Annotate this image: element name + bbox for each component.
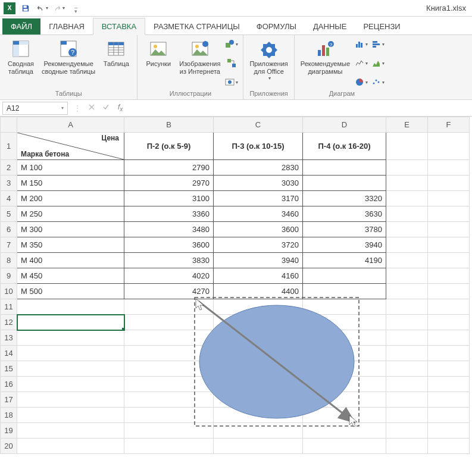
cell[interactable]: М 300 bbox=[17, 222, 124, 237]
data-header[interactable]: П-4 (о.к 16-20) bbox=[303, 133, 386, 160]
cell[interactable] bbox=[386, 222, 428, 237]
cell[interactable] bbox=[428, 315, 470, 330]
cell[interactable] bbox=[124, 392, 214, 408]
cell[interactable] bbox=[428, 160, 470, 176]
cell[interactable]: 3170 bbox=[214, 191, 303, 206]
cell[interactable] bbox=[428, 222, 470, 237]
tab-home[interactable]: ГЛАВНАЯ bbox=[40, 18, 93, 35]
cell[interactable]: М 450 bbox=[17, 268, 124, 284]
cell[interactable] bbox=[386, 133, 428, 160]
cell[interactable] bbox=[386, 176, 428, 191]
cell[interactable] bbox=[17, 377, 124, 392]
data-header[interactable]: П-3 (о.к 10-15) bbox=[214, 133, 303, 160]
name-box[interactable]: A12 ▾ bbox=[2, 102, 68, 115]
col-header-C[interactable]: C bbox=[214, 117, 303, 133]
cell[interactable] bbox=[386, 315, 428, 330]
cell[interactable] bbox=[303, 284, 386, 299]
apps-for-office-button[interactable]: Приложения для Office▾ bbox=[248, 37, 289, 83]
tab-insert[interactable]: ВСТАВКА bbox=[93, 18, 145, 35]
col-header-D[interactable]: D bbox=[303, 117, 386, 133]
cell[interactable]: М 200 bbox=[17, 191, 124, 206]
tab-review[interactable]: РЕЦЕНЗИ bbox=[355, 18, 408, 35]
row-header[interactable]: 13 bbox=[1, 330, 17, 346]
recommended-pivot-button[interactable]: ? Рекомендуемые сводные таблицы bbox=[40, 37, 96, 77]
cell[interactable] bbox=[386, 253, 428, 268]
cell[interactable] bbox=[214, 392, 303, 408]
cell[interactable]: 3630 bbox=[303, 206, 386, 222]
cell[interactable]: 3780 bbox=[303, 222, 386, 237]
cell[interactable]: М 100 bbox=[17, 160, 124, 176]
area-chart-button[interactable]: ▾ bbox=[371, 57, 385, 70]
cell[interactable] bbox=[303, 346, 386, 361]
cell[interactable]: 3360 bbox=[124, 206, 214, 222]
row-header[interactable]: 11 bbox=[1, 299, 17, 315]
pivot-table-button[interactable]: Сводная таблица bbox=[5, 37, 37, 77]
cell[interactable] bbox=[303, 408, 386, 423]
qat-customize[interactable]: ⎯▾ bbox=[69, 2, 82, 15]
cell[interactable] bbox=[124, 315, 214, 330]
tab-file[interactable]: ФАЙЛ bbox=[2, 18, 40, 35]
cell[interactable] bbox=[17, 423, 124, 439]
data-header[interactable]: П-2 (о.к 5-9) bbox=[124, 133, 214, 160]
cell[interactable] bbox=[428, 206, 470, 222]
cell[interactable] bbox=[386, 160, 428, 176]
cell[interactable] bbox=[428, 346, 470, 361]
cell[interactable] bbox=[124, 361, 214, 377]
cell[interactable] bbox=[428, 377, 470, 392]
online-pictures-button[interactable]: Изображения из Интернета bbox=[178, 37, 221, 77]
cell[interactable] bbox=[428, 299, 470, 315]
cell[interactable] bbox=[386, 408, 428, 423]
cell[interactable] bbox=[124, 439, 214, 454]
row-header[interactable]: 4 bbox=[1, 191, 17, 206]
cell[interactable] bbox=[124, 377, 214, 392]
cell[interactable] bbox=[214, 377, 303, 392]
save-button[interactable] bbox=[19, 2, 32, 15]
cell[interactable]: 3830 bbox=[124, 253, 214, 268]
cell[interactable] bbox=[386, 392, 428, 408]
pictures-button[interactable]: Рисунки bbox=[142, 37, 174, 69]
cell[interactable] bbox=[303, 423, 386, 439]
cell[interactable] bbox=[428, 439, 470, 454]
cell[interactable] bbox=[303, 315, 386, 330]
cell[interactable] bbox=[303, 160, 386, 176]
cell[interactable] bbox=[17, 392, 124, 408]
row-header[interactable]: 10 bbox=[1, 284, 17, 299]
cell[interactable]: 3600 bbox=[214, 222, 303, 237]
cell[interactable] bbox=[214, 346, 303, 361]
cell[interactable] bbox=[428, 133, 470, 160]
cell[interactable] bbox=[428, 237, 470, 253]
cell[interactable]: 4400 bbox=[214, 284, 303, 299]
cell[interactable] bbox=[386, 423, 428, 439]
row-header[interactable]: 6 bbox=[1, 222, 17, 237]
cell[interactable] bbox=[386, 439, 428, 454]
cell[interactable] bbox=[303, 299, 386, 315]
cell[interactable] bbox=[428, 191, 470, 206]
cell[interactable]: 2830 bbox=[214, 160, 303, 176]
col-header-B[interactable]: B bbox=[124, 117, 214, 133]
cancel-formula-button[interactable] bbox=[85, 104, 99, 112]
cell[interactable] bbox=[386, 191, 428, 206]
row-header[interactable]: 5 bbox=[1, 206, 17, 222]
table-button[interactable]: Таблица bbox=[100, 37, 132, 69]
row-header[interactable]: 16 bbox=[1, 377, 17, 392]
redo-button[interactable]: ▾ bbox=[52, 2, 65, 15]
cell[interactable] bbox=[428, 268, 470, 284]
cell[interactable]: 4270 bbox=[124, 284, 214, 299]
col-header-E[interactable]: E bbox=[386, 117, 428, 133]
cell[interactable] bbox=[303, 392, 386, 408]
cell[interactable] bbox=[386, 284, 428, 299]
cell[interactable] bbox=[386, 237, 428, 253]
cell[interactable]: 3100 bbox=[124, 191, 214, 206]
cell[interactable] bbox=[124, 299, 214, 315]
row-header[interactable]: 15 bbox=[1, 361, 17, 377]
cell[interactable] bbox=[214, 423, 303, 439]
cell[interactable]: М 500 bbox=[17, 284, 124, 299]
bar-chart-button[interactable]: ▾ bbox=[371, 37, 385, 51]
scatter-chart-button[interactable]: ▾ bbox=[371, 76, 385, 89]
cell[interactable] bbox=[214, 408, 303, 423]
cell[interactable] bbox=[428, 330, 470, 346]
smartart-button[interactable] bbox=[225, 57, 238, 70]
cell[interactable]: 2970 bbox=[124, 176, 214, 191]
select-all-corner[interactable] bbox=[1, 117, 17, 133]
column-chart-button[interactable]: ▾ bbox=[355, 37, 368, 51]
